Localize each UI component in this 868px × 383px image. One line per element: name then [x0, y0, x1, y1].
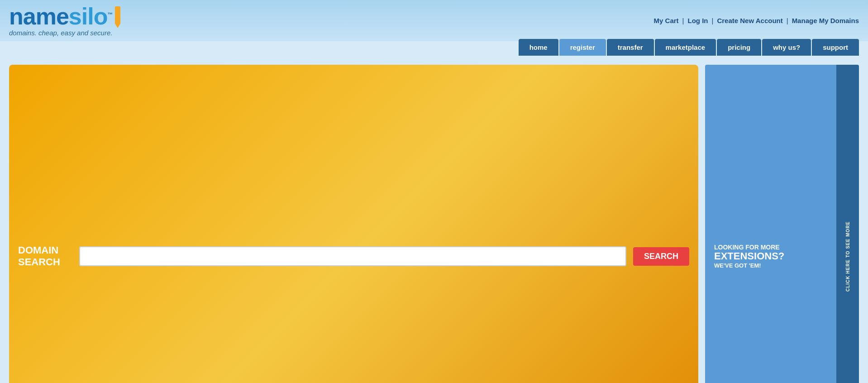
nav-register[interactable]: register — [559, 39, 606, 56]
logo-text: namesilo™ — [9, 5, 112, 28]
nav-why-us[interactable]: why us? — [762, 39, 811, 56]
domain-search-label: domain SEARCH — [18, 244, 72, 268]
extensions-subtitle: WE'VE GOT 'EM! — [714, 262, 827, 269]
nav-home[interactable]: home — [519, 39, 558, 56]
search-section: domain SEARCH SEARCH LOOKING FOR MORE EX… — [0, 60, 868, 383]
nav-pricing[interactable]: pricing — [717, 39, 761, 56]
extensions-content: LOOKING FOR MORE EXTENSIONS? WE'VE GOT '… — [705, 237, 836, 275]
manage-domains-link[interactable]: Manage My Domains — [792, 17, 859, 24]
pencil-icon — [115, 6, 120, 28]
create-account-link[interactable]: Create New Account — [717, 17, 782, 24]
logo-area: namesilo™ domains. cheap, easy and secur… — [9, 5, 120, 37]
nav-transfer[interactable]: transfer — [607, 39, 654, 56]
nav-marketplace[interactable]: marketplace — [655, 39, 716, 56]
search-input[interactable] — [79, 246, 626, 266]
top-links: My Cart | Log In | Create New Account | … — [654, 17, 859, 24]
my-cart-link[interactable]: My Cart — [654, 17, 679, 24]
nav-bar: home register transfer marketplace prici… — [0, 39, 868, 60]
extensions-banner: LOOKING FOR MORE EXTENSIONS? WE'VE GOT '… — [705, 65, 859, 383]
search-button[interactable]: SEARCH — [633, 247, 689, 266]
extensions-title: EXTENSIONS? — [714, 251, 827, 262]
top-bar: namesilo™ domains. cheap, easy and secur… — [0, 0, 868, 41]
click-here-side[interactable]: CLICK HERE TO SEE MORE — [836, 65, 859, 383]
extensions-looking: LOOKING FOR MORE — [714, 244, 827, 251]
log-in-link[interactable]: Log In — [688, 17, 708, 24]
nav-support[interactable]: support — [812, 39, 859, 56]
logo-tagline: domains. cheap, easy and secure. — [9, 29, 112, 37]
search-box-wrapper: domain SEARCH SEARCH — [9, 65, 698, 383]
